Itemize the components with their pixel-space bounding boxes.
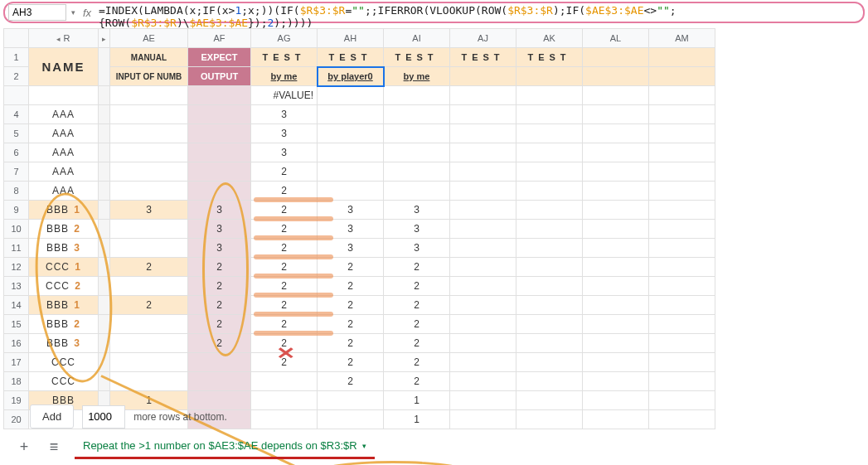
name-box[interactable] [8, 4, 66, 21]
row-header-9[interactable]: 9 [4, 201, 29, 220]
header-test[interactable]: TEST [384, 48, 450, 67]
cell-ae[interactable] [110, 143, 188, 162]
header-test[interactable]: TEST [450, 48, 516, 67]
cell-name[interactable]: AAA [29, 105, 99, 124]
cell-ak[interactable] [516, 239, 583, 258]
cell-ai[interactable] [384, 105, 450, 124]
cell-am[interactable] [649, 182, 715, 201]
col-left-icon[interactable]: ◂ [56, 35, 61, 43]
cell-am[interactable] [649, 124, 715, 143]
cell-af[interactable] [188, 143, 251, 162]
cell-ak[interactable] [516, 143, 583, 162]
header-byplayer0[interactable]: by player0 [318, 67, 384, 86]
cell-name[interactable]: BBB 3 [29, 334, 99, 353]
cell-ag[interactable]: 2 [251, 315, 318, 334]
cell-am[interactable] [649, 277, 715, 296]
cell-ag[interactable]: 2 [251, 220, 318, 239]
cell-ai[interactable]: 2 [384, 372, 450, 391]
cell-ag[interactable]: 2 [251, 258, 318, 277]
cell-ah[interactable]: 3 [318, 201, 384, 220]
header-test-sub[interactable] [649, 67, 715, 86]
cell-ah[interactable]: 2 [318, 296, 384, 315]
cell-name[interactable]: BBB 3 [29, 239, 99, 258]
cell-am[interactable] [649, 334, 715, 353]
col-header-AM[interactable]: AM [649, 29, 715, 48]
cell-af[interactable] [188, 162, 251, 182]
row-header-2[interactable]: 2 [4, 67, 29, 86]
cell-name[interactable]: CCC [29, 353, 99, 372]
cell-ah[interactable]: 2 [318, 315, 384, 334]
cell-am[interactable] [649, 410, 715, 429]
col-header-AL[interactable]: AL [583, 29, 649, 48]
cell-am[interactable] [649, 296, 715, 315]
cell-ai[interactable]: 2 [384, 315, 450, 334]
cell-ak[interactable] [516, 124, 583, 143]
cell-ae[interactable] [110, 353, 188, 372]
cell-ah[interactable]: 2 [318, 353, 384, 372]
cell-aj[interactable] [450, 239, 516, 258]
row-header-19[interactable]: 19 [4, 391, 29, 410]
cell-ai[interactable] [384, 124, 450, 143]
cell-am[interactable] [649, 391, 715, 410]
cell-ah[interactable] [318, 162, 384, 182]
cell-name[interactable]: BBB 2 [29, 220, 99, 239]
cell-af[interactable]: 2 [188, 334, 251, 353]
cell-aj[interactable] [450, 124, 516, 143]
cell-aj[interactable] [450, 391, 516, 410]
header-test[interactable]: TEST [318, 48, 384, 67]
header-test[interactable] [649, 48, 715, 67]
row-header-4[interactable]: 4 [4, 105, 29, 124]
cell-ag[interactable] [251, 391, 318, 410]
row-header-17[interactable]: 17 [4, 353, 29, 372]
cell-am[interactable] [649, 162, 715, 182]
cell-aj[interactable] [450, 353, 516, 372]
cell-aj[interactable] [450, 277, 516, 296]
cell-ak[interactable] [516, 201, 583, 220]
row-header-6[interactable]: 6 [4, 143, 29, 162]
header-byme[interactable]: by me [384, 67, 450, 86]
col-header-AJ[interactable]: AJ [450, 29, 516, 48]
cell-ak[interactable] [516, 296, 583, 315]
row-header-5[interactable]: 5 [4, 124, 29, 143]
cell-ai[interactable]: 3 [384, 239, 450, 258]
cell-name[interactable]: AAA [29, 162, 99, 182]
row-header-12[interactable]: 12 [4, 258, 29, 277]
cell-af[interactable] [188, 182, 251, 201]
cell-al[interactable] [583, 410, 649, 429]
col-header-AK[interactable]: AK [516, 29, 583, 48]
cell-ai[interactable]: 3 [384, 220, 450, 239]
col-header-AG[interactable]: AG [251, 29, 318, 48]
cell-name[interactable]: AAA [29, 124, 99, 143]
cell-ag[interactable] [251, 410, 318, 429]
cell-ah[interactable] [318, 391, 384, 410]
cell-am[interactable] [649, 353, 715, 372]
cell-ai[interactable] [384, 162, 450, 182]
cell-al[interactable] [583, 334, 649, 353]
cell-ag[interactable]: 2 [251, 201, 318, 220]
cell-ah[interactable]: 2 [318, 277, 384, 296]
cell-al[interactable] [583, 353, 649, 372]
cell-af[interactable]: 2 [188, 258, 251, 277]
cell-ak[interactable] [516, 162, 583, 182]
row-header-20[interactable]: 20 [4, 410, 29, 429]
cell-aj[interactable] [450, 315, 516, 334]
cell-name[interactable]: BBB 1 [29, 201, 99, 220]
row-header-10[interactable]: 10 [4, 220, 29, 239]
cell-ag[interactable]: 2 [251, 239, 318, 258]
cell-aj[interactable] [450, 296, 516, 315]
cell-al[interactable] [583, 239, 649, 258]
cell-al[interactable] [583, 201, 649, 220]
cell-ah[interactable] [318, 124, 384, 143]
row-header-8[interactable]: 8 [4, 182, 29, 201]
cell-ai[interactable]: 2 [384, 296, 450, 315]
cell-name[interactable]: CCC [29, 372, 99, 391]
cell-af[interactable]: 3 [188, 201, 251, 220]
cell-ai[interactable] [384, 143, 450, 162]
cell-ag[interactable]: 2 [251, 277, 318, 296]
cell-al[interactable] [583, 315, 649, 334]
cell-ak[interactable] [516, 277, 583, 296]
cell-ak[interactable] [516, 410, 583, 429]
cell-am[interactable] [649, 220, 715, 239]
cell-ai[interactable]: 2 [384, 334, 450, 353]
cell-ag[interactable]: 2 [251, 334, 318, 353]
